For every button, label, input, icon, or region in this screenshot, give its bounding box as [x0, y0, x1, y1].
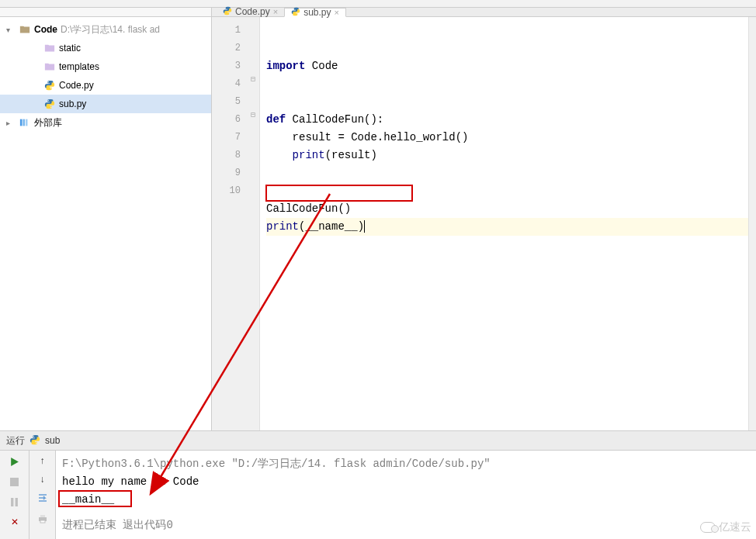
svg-rect-6 — [26, 119, 28, 126]
code-line-4[interactable]: def CallCodeFun(): — [266, 111, 750, 129]
close-icon[interactable]: × — [335, 8, 339, 17]
watermark: 亿速云 — [700, 520, 751, 534]
tree-item-templates[interactable]: templates — [0, 57, 211, 76]
console-output[interactable]: F:\Python3.6.1\python.exe "D:/学习日志/14. f… — [56, 451, 756, 539]
tab-Code-py[interactable]: Code.py× — [217, 7, 284, 16]
run-toolbar-left: ✕ — [0, 451, 29, 539]
code-line-10[interactable]: print(__name__) — [266, 218, 750, 236]
editor-gutter: 12345678910⊟⊟ — [212, 17, 260, 430]
tree-item-label: static — [59, 43, 81, 54]
tree-label: 外部库 — [34, 116, 62, 130]
svg-point-2 — [48, 100, 49, 101]
run-toolbar-nav: ↑ ↓ — [29, 451, 56, 539]
svg-point-0 — [48, 81, 49, 82]
svg-point-3 — [50, 107, 51, 108]
svg-rect-9 — [10, 478, 19, 486]
top-toolbar — [0, 0, 756, 8]
code-line-5[interactable]: result = Code.hello_world() — [266, 129, 750, 147]
python-icon — [29, 434, 40, 447]
tree-root-path: D:\学习日志\14. flask ad — [61, 23, 160, 36]
annotation-box-editor — [265, 185, 413, 202]
stop-button[interactable] — [9, 475, 21, 488]
python-file-icon — [43, 98, 56, 110]
folder-icon — [19, 23, 31, 36]
tree-item-Code-py[interactable]: Code.py — [0, 76, 211, 95]
tree-root[interactable]: ▾ Code D:\学习日志\14. flask ad — [0, 20, 211, 39]
tree-item-sub-py[interactable]: sub.py — [0, 95, 211, 113]
tab-sub-py[interactable]: sub.py× — [284, 8, 346, 17]
close-button[interactable]: ✕ — [9, 516, 21, 528]
fold-icon[interactable]: ⊟ — [248, 74, 258, 84]
down-arrow-icon[interactable]: ↓ — [40, 474, 45, 485]
watermark-logo-icon — [700, 522, 716, 533]
library-icon — [19, 116, 31, 129]
sidebar-header — [0, 8, 211, 17]
chevron-down-icon[interactable]: ▾ — [6, 26, 16, 34]
tab-label: Code.py — [235, 6, 270, 17]
code-line-1[interactable]: import Code — [266, 57, 750, 75]
svg-point-8 — [36, 442, 36, 443]
svg-rect-5 — [23, 119, 25, 126]
annotation-box-console — [58, 490, 132, 507]
tab-label: sub.py — [303, 7, 331, 18]
editor-tabs: Code.py×sub.py× — [212, 8, 756, 17]
console-cmd: F:\Python3.6.1\python.exe "D:/学习日志/14. f… — [62, 455, 750, 473]
tree-item-static[interactable]: static — [0, 39, 211, 57]
code-line-7[interactable] — [266, 164, 750, 182]
project-sidebar: ▾ Code D:\学习日志\14. flask ad statictempla… — [0, 8, 212, 430]
python-file-icon — [43, 79, 56, 92]
tree-item-label: Code.py — [59, 80, 94, 91]
print-icon[interactable] — [37, 513, 48, 527]
editor-area: Code.py×sub.py× 12345678910⊟⊟ import Cod… — [212, 8, 756, 430]
error-stripe — [748, 17, 756, 430]
tree-external-libs[interactable]: ▸ 外部库 — [0, 113, 211, 132]
close-icon[interactable]: × — [273, 7, 278, 16]
run-label: 运行 — [6, 434, 25, 447]
run-button[interactable] — [9, 455, 21, 468]
folder-icon — [43, 60, 56, 73]
run-tool-window: ✕ ↑ ↓ F:\Python3.6.1\python.exe "D:/学习日志… — [0, 451, 756, 539]
run-tool-header[interactable]: 运行 sub — [0, 430, 756, 451]
project-tree[interactable]: ▾ Code D:\学习日志\14. flask ad statictempla… — [0, 17, 211, 430]
pause-button[interactable] — [9, 496, 21, 508]
up-arrow-icon[interactable]: ↑ — [40, 455, 45, 466]
code-line-3[interactable] — [266, 93, 750, 111]
console-line: hello my name is Code — [62, 473, 750, 491]
code-line-2[interactable] — [266, 75, 750, 93]
svg-rect-10 — [11, 498, 13, 506]
chevron-right-icon[interactable]: ▸ — [6, 119, 16, 127]
svg-rect-13 — [40, 515, 45, 517]
wrap-icon[interactable] — [37, 492, 48, 506]
tree-item-label: sub.py — [59, 98, 86, 109]
svg-point-1 — [50, 88, 51, 89]
code-line-6[interactable]: print(result) — [266, 147, 750, 164]
tree-item-label: templates — [59, 61, 99, 72]
editor-body[interactable]: 12345678910⊟⊟ import Codedef CallCodeFun… — [212, 17, 756, 430]
svg-rect-4 — [20, 119, 23, 126]
svg-point-7 — [33, 436, 34, 437]
run-config-name: sub — [45, 435, 60, 446]
fold-icon[interactable]: ⊟ — [248, 110, 258, 119]
svg-rect-14 — [40, 520, 45, 523]
folder-icon — [43, 42, 56, 54]
watermark-text: 亿速云 — [719, 520, 751, 534]
console-status: 进程已结束 退出代码0 — [62, 517, 750, 534]
svg-rect-11 — [16, 498, 18, 506]
python-file-icon — [223, 6, 232, 18]
code-content[interactable]: import Codedef CallCodeFun(): result = C… — [260, 17, 756, 430]
tree-root-name: Code — [34, 24, 57, 35]
code-line-9[interactable]: CallCodeFun() — [266, 200, 750, 218]
